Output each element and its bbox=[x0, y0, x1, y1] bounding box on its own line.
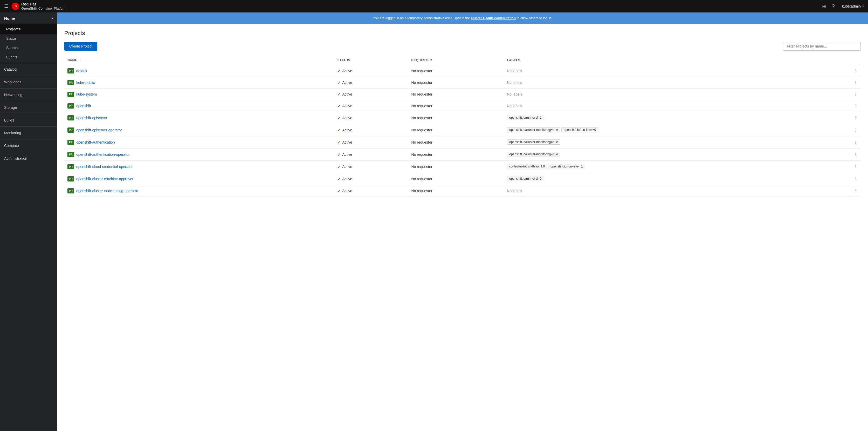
sidebar-item-storage[interactable]: Storage bbox=[0, 102, 57, 113]
project-badge: PR bbox=[67, 176, 74, 181]
project-badge: PR bbox=[67, 140, 74, 145]
project-labels-cell: No labels bbox=[504, 77, 850, 89]
project-requester-cell: No requester bbox=[408, 65, 504, 77]
table-row: PRkube-system✔ActiveNo requesterNo label… bbox=[64, 89, 861, 100]
user-chevron-icon: ▾ bbox=[862, 4, 864, 8]
sidebar-divider-1 bbox=[0, 63, 57, 63]
no-labels-text: No labels bbox=[507, 189, 522, 193]
project-requester-cell: No requester bbox=[408, 124, 504, 136]
project-name-cell: PRopenshift-cluster-machine-approver bbox=[64, 173, 334, 185]
project-status-cell: ✔Active bbox=[334, 89, 408, 100]
project-name-cell: PRdefault bbox=[64, 65, 334, 77]
create-project-button[interactable]: Create Project bbox=[64, 42, 97, 51]
project-badge: PR bbox=[67, 115, 74, 120]
sidebar-item-monitoring[interactable]: Monitoring bbox=[0, 128, 57, 138]
project-name-cell: PRopenshift bbox=[64, 100, 334, 112]
project-link[interactable]: openshift-cluster-node-tuning-operator bbox=[76, 189, 138, 193]
sort-icon: ↑ bbox=[80, 58, 81, 62]
project-link[interactable]: openshift-apiserver-operator bbox=[76, 128, 122, 132]
status-active-icon: ✔ bbox=[337, 68, 341, 74]
status-text: Active bbox=[342, 69, 352, 73]
status-text: Active bbox=[342, 104, 352, 108]
banner-oauth-link[interactable]: cluster OAuth configuration bbox=[471, 16, 516, 20]
row-actions-menu[interactable]: ⋮ bbox=[850, 112, 861, 124]
project-link[interactable]: openshift-cluster-machine-approver bbox=[76, 177, 133, 181]
project-requester-cell: No requester bbox=[408, 148, 504, 161]
row-actions-menu[interactable]: ⋮ bbox=[850, 148, 861, 161]
toolbar: Create Project bbox=[64, 42, 861, 51]
project-status-cell: ✔Active bbox=[334, 100, 408, 112]
row-actions-menu[interactable]: ⋮ bbox=[850, 161, 861, 173]
status-active-icon: ✔ bbox=[337, 177, 341, 181]
sidebar-item-compute[interactable]: Compute bbox=[0, 141, 57, 151]
label-badge: openshift.io/cluster-monitoring=true bbox=[507, 139, 560, 145]
sidebar-divider-2 bbox=[0, 76, 57, 76]
sidebar-home-header[interactable]: Home ▾ bbox=[0, 12, 57, 24]
project-link[interactable]: openshift bbox=[76, 104, 91, 108]
user-menu[interactable]: kube:admin ▾ bbox=[842, 4, 864, 8]
project-status-cell: ✔Active bbox=[334, 148, 408, 161]
sidebar-divider-8 bbox=[0, 152, 57, 152]
project-link[interactable]: default bbox=[76, 69, 87, 73]
status-active-icon: ✔ bbox=[337, 80, 341, 85]
filter-input[interactable] bbox=[783, 42, 861, 51]
project-status-cell: ✔Active bbox=[334, 65, 408, 77]
row-actions-menu[interactable]: ⋮ bbox=[850, 136, 861, 148]
sidebar-item-projects[interactable]: Projects bbox=[0, 24, 57, 34]
table-body: PRdefault✔ActiveNo requesterNo labels⋮PR… bbox=[64, 65, 861, 197]
sidebar-item-events[interactable]: Events bbox=[0, 53, 57, 62]
row-actions-menu[interactable]: ⋮ bbox=[850, 124, 861, 136]
project-requester-cell: No requester bbox=[408, 161, 504, 173]
col-header-status: STATUS bbox=[334, 56, 408, 65]
sidebar-item-administration[interactable]: Administration bbox=[0, 153, 57, 164]
table-row: PRopenshift-cluster-node-tuning-operator… bbox=[64, 185, 861, 197]
sidebar-item-builds[interactable]: Builds bbox=[0, 115, 57, 125]
sidebar-divider-5 bbox=[0, 114, 57, 114]
col-header-name[interactable]: NAME ↑ bbox=[64, 56, 334, 65]
sidebar-item-search[interactable]: Search bbox=[0, 43, 57, 53]
project-labels-cell: openshift.io/cluster-monitoring=trueopen… bbox=[504, 124, 850, 136]
project-link[interactable]: kube-public bbox=[76, 81, 95, 85]
label-badge: controller-tools.k8s.io=1.0 bbox=[507, 164, 547, 169]
sidebar-item-workloads[interactable]: Workloads bbox=[0, 77, 57, 87]
project-link[interactable]: kube-system bbox=[76, 92, 97, 96]
project-status-cell: ✔Active bbox=[334, 136, 408, 148]
status-active-icon: ✔ bbox=[337, 140, 341, 145]
no-labels-text: No labels bbox=[507, 92, 522, 96]
status-text: Active bbox=[342, 81, 352, 85]
project-badge: PR bbox=[67, 188, 74, 194]
project-link[interactable]: openshift-apiserver bbox=[76, 116, 107, 120]
project-labels-cell: openshift.io/run-level=1 bbox=[504, 112, 850, 124]
project-badge: PR bbox=[67, 92, 74, 97]
grid-icon[interactable]: ⊞ bbox=[822, 3, 827, 9]
project-link[interactable]: openshift-cloud-credential-operator bbox=[76, 165, 132, 169]
table-row: PRopenshift-authentication-operator✔Acti… bbox=[64, 148, 861, 161]
project-name-cell: PRkube-public bbox=[64, 77, 334, 89]
project-labels-cell: openshift.io/cluster-monitoring=true bbox=[504, 136, 850, 148]
row-actions-menu[interactable]: ⋮ bbox=[850, 185, 861, 197]
hamburger-icon[interactable]: ☰ bbox=[4, 3, 8, 9]
status-active-icon: ✔ bbox=[337, 152, 341, 157]
status-text: Active bbox=[342, 92, 352, 96]
project-status-cell: ✔Active bbox=[334, 161, 408, 173]
no-labels-text: No labels bbox=[507, 81, 522, 85]
label-badge: openshift.io/cluster-monitoring=true bbox=[507, 127, 560, 133]
project-name-cell: PRopenshift-cloud-credential-operator bbox=[64, 161, 334, 173]
row-actions-menu[interactable]: ⋮ bbox=[850, 173, 861, 185]
redhat-logo-icon bbox=[11, 2, 19, 10]
sidebar-item-networking[interactable]: Networking bbox=[0, 90, 57, 100]
row-actions-menu[interactable]: ⋮ bbox=[850, 89, 861, 100]
project-name-cell: PRopenshift-apiserver bbox=[64, 112, 334, 124]
row-actions-menu[interactable]: ⋮ bbox=[850, 100, 861, 112]
row-actions-menu[interactable]: ⋮ bbox=[850, 65, 861, 77]
help-icon[interactable]: ? bbox=[832, 3, 835, 9]
sidebar-item-status[interactable]: Status bbox=[0, 34, 57, 43]
status-active-icon: ✔ bbox=[337, 116, 341, 120]
project-link[interactable]: openshift-authentication bbox=[76, 140, 115, 144]
project-status-cell: ✔Active bbox=[334, 124, 408, 136]
project-link[interactable]: openshift-authentication-operator bbox=[76, 152, 129, 156]
sidebar-item-catalog[interactable]: Catalog bbox=[0, 64, 57, 75]
row-actions-menu[interactable]: ⋮ bbox=[850, 77, 861, 89]
status-active-icon: ✔ bbox=[337, 92, 341, 97]
status-active-icon: ✔ bbox=[337, 189, 341, 194]
